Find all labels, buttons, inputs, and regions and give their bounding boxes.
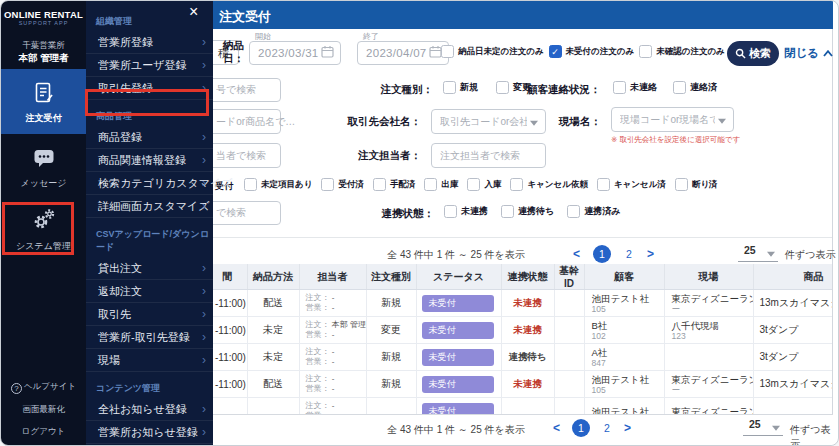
menu-item-現場[interactable]: 現場› [86, 349, 213, 372]
close-panel-link[interactable]: 閉じる [784, 46, 833, 61]
checkbox-box[interactable] [675, 178, 688, 191]
column-header-担当者[interactable]: 担当者 [299, 264, 366, 290]
pager-page-1[interactable]: 1 [593, 245, 611, 263]
checkbox-納品日未定の注文のみ[interactable]: 納品日未定の注文のみ [441, 45, 544, 58]
client-company-select[interactable]: 取引先コードor会社で… [431, 109, 546, 134]
checkbox-連携待ち[interactable]: 連携待ち [501, 205, 554, 218]
column-header-注文種別[interactable]: 注文種別 [366, 264, 416, 290]
menu-item-貸出注文[interactable]: 貸出注文› [86, 257, 213, 280]
checkbox-未確認の注文のみ[interactable]: 未確認の注文のみ [639, 45, 725, 58]
calendar-icon[interactable] [321, 44, 334, 62]
checkbox-box[interactable] [597, 178, 610, 191]
menu-item-営業所お知らせ登録[interactable]: 営業所お知らせ登録› [86, 421, 213, 444]
table-row[interactable]: -11:00)配送注文： -営業： -新規未受付未連携池田テスト社105東京ディ… [151, 290, 832, 317]
menu-item-営業所-取引先登録[interactable]: 営業所-取引先登録› [86, 326, 213, 349]
checkbox-変更[interactable]: 変更 [496, 81, 531, 94]
checkbox-未連絡[interactable]: 未連絡 [613, 81, 657, 94]
menu-item-取引先[interactable]: 取引先› [86, 303, 213, 326]
checkbox-連絡済[interactable]: 連絡済 [673, 81, 717, 94]
checkbox-box[interactable] [501, 205, 514, 218]
pager-page-2[interactable]: 2 [602, 422, 612, 434]
checkbox-box[interactable] [424, 178, 437, 191]
checkbox-入庫[interactable]: 入庫 [467, 178, 501, 191]
checkbox-box[interactable] [567, 205, 580, 218]
checkbox-新規[interactable]: 新規 [443, 81, 478, 94]
checkbox-box[interactable] [613, 81, 626, 94]
site-name-select[interactable]: 現場コードor現場名で… [611, 107, 734, 132]
checkbox-box[interactable]: ✓ [549, 45, 562, 58]
menu-item-商品関連情報登録[interactable]: 商品関連情報登録› [86, 149, 213, 172]
pager-page-1[interactable]: 1 [572, 419, 590, 437]
checkbox-box[interactable] [510, 178, 523, 191]
chevron-right-icon: › [202, 31, 206, 54]
sidebar-item-orders[interactable]: 注文受付 [1, 69, 86, 134]
column-header-基幹ID[interactable]: 基幹ID [554, 264, 584, 290]
menu-item-返却注文[interactable]: 返却注文› [86, 280, 213, 303]
pager-prev[interactable]: < [573, 247, 580, 261]
menu-item-label: 取引先 [98, 308, 131, 320]
pager-page-2[interactable]: 2 [624, 248, 634, 260]
column-header-顧客[interactable]: 顧客 [584, 264, 664, 290]
menu-item-全社お知らせ登録[interactable]: 全社お知らせ登録› [86, 398, 213, 421]
menu-item-営業所ユーザ登録[interactable]: 営業所ユーザ登録› [86, 54, 213, 77]
checkbox-box[interactable] [321, 178, 334, 191]
pagination-bottom: <12> [553, 419, 631, 437]
checkbox-キャンセル依頼[interactable]: キャンセル依頼 [510, 178, 588, 191]
cell-c-link: 連携待ち [501, 344, 554, 371]
pager-next[interactable]: > [647, 247, 654, 261]
menu-item-営業所登録[interactable]: 営業所登録› [86, 31, 213, 54]
column-header-現場[interactable]: 現場 [664, 264, 753, 290]
date-start-input[interactable]: 2023/03/31 [249, 41, 341, 65]
checkbox-受付済[interactable]: 受付済 [321, 178, 364, 191]
checkbox-未連携[interactable]: 未連携 [444, 205, 488, 218]
menu-item-検索カテゴリカスタマイズ[interactable]: 検索カテゴリカスタマイズ› [86, 172, 213, 195]
column-header-納品方法[interactable]: 納品方法 [247, 264, 299, 290]
pager-next[interactable]: > [624, 421, 631, 435]
checkbox-box[interactable] [244, 178, 257, 191]
checkbox-box[interactable] [673, 81, 686, 94]
help-site-link[interactable]: ?ヘルプサイト [1, 381, 86, 394]
menu-item-商品登録[interactable]: 商品登録› [86, 126, 213, 149]
column-header-連携状態[interactable]: 連携状態 [501, 264, 554, 290]
checkbox-キャンセル済[interactable]: キャンセル済 [597, 178, 666, 191]
logout-link[interactable]: ログアウト [1, 426, 86, 438]
table-row[interactable]: 注文： -営業： 未受付池田テスト社東京ディズニーランド [151, 398, 832, 415]
table-row[interactable]: -11:00)配送注文： -営業： -新規未受付未連携池田テスト社105東京ディ… [151, 371, 832, 398]
cell-c-cust: 池田テスト社105 [584, 371, 664, 398]
link-state-label: 連携状態： [334, 207, 434, 221]
sidebar-item-messages[interactable]: メッセージ [1, 144, 86, 194]
refresh-screen-link[interactable]: 画面最新化 [1, 404, 86, 416]
menu-item-詳細画面カスタマイズ[interactable]: 詳細画面カスタマイズ› [86, 195, 213, 218]
checkbox-出庫[interactable]: 出庫 [424, 178, 458, 191]
search-button[interactable]: 検索 [727, 41, 779, 66]
menu-item-取引先登録[interactable]: 取引先登録› [86, 77, 213, 100]
column-header-ステータス[interactable]: ステータス [416, 264, 501, 290]
checkbox-box[interactable] [441, 45, 454, 58]
person-value: - [330, 384, 335, 393]
link-state-checkboxes: 未連携連携待ち連携済み [444, 205, 620, 218]
checkbox-連携済み[interactable]: 連携済み [567, 205, 620, 218]
checkbox-box[interactable] [467, 178, 480, 191]
close-icon[interactable]: × [189, 4, 198, 20]
checkbox-box[interactable] [444, 205, 457, 218]
checkbox-手配済[interactable]: 手配済 [373, 178, 416, 191]
chevron-right-icon: › [202, 126, 206, 149]
checkbox-未定項目あり[interactable]: 未定項目あり [244, 178, 312, 191]
checkbox-断り済[interactable]: 断り済 [675, 178, 718, 191]
checkbox-未受付の注文のみ[interactable]: ✓未受付の注文のみ [549, 45, 635, 58]
checkbox-box[interactable] [639, 45, 652, 58]
date-end-input[interactable]: 2023/04/07 [357, 41, 449, 65]
page-size-select[interactable]: 25 [738, 244, 778, 262]
table-row[interactable]: -11:00)未定注文： 本部 管理者営業： -変更未受付未連携B社102八千代… [151, 317, 832, 344]
checkbox-box[interactable] [443, 81, 456, 94]
checkbox-box[interactable] [373, 178, 386, 191]
column-header-商品[interactable]: 商品 [753, 264, 832, 290]
table-row[interactable]: -11:00)未定注文： -営業： -新規未受付連携待ちA社8473tダンプ [151, 344, 832, 371]
page-size-select-footer[interactable]: 25 [743, 418, 783, 436]
site-name-placeholder: 現場コードor現場名で… [620, 113, 715, 127]
pager-prev[interactable]: < [553, 421, 560, 435]
checkbox-box[interactable] [496, 81, 509, 94]
chevron-right-icon: › [202, 172, 206, 195]
order-staff-input[interactable]: 注文担当者で検索 [431, 143, 546, 168]
sidebar-item-system-admin[interactable]: システム管理 [1, 205, 86, 253]
